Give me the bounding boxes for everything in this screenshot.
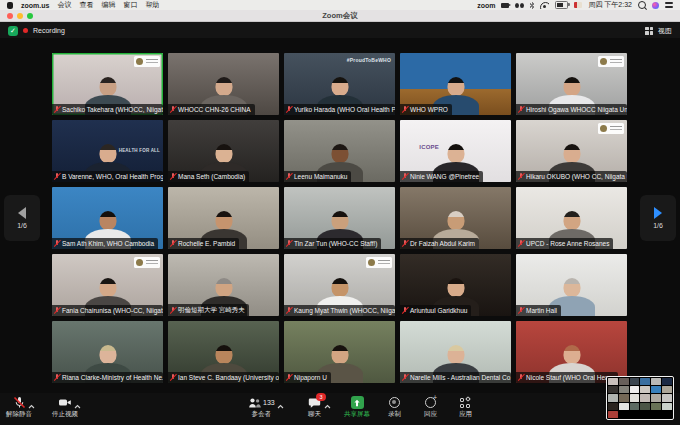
- participant-tile[interactable]: Nicole Stauf (WHO Oral Hea...: [516, 321, 627, 383]
- record-button[interactable]: 录制: [388, 396, 401, 419]
- muted-mic-icon: [170, 306, 176, 314]
- encryption-shield-icon[interactable]: ✓: [8, 26, 18, 36]
- participant-nameplate: Rochelle E. Pambid: [168, 238, 239, 249]
- niigata-univ-logo-badge: [366, 257, 392, 268]
- participant-tile[interactable]: Riana Clarke-Ministry of Health Ne...: [52, 321, 163, 383]
- participant-tile[interactable]: Hikaru OKUBO (WHO CC, Niigata U): [516, 120, 627, 182]
- stop-video-button[interactable]: 停止视频: [52, 396, 78, 419]
- video-options-chevron[interactable]: [74, 403, 81, 410]
- muted-mic-icon: [54, 106, 60, 114]
- participant-tile[interactable]: Dr Faizah Abdul Karim: [400, 187, 511, 249]
- participant-tile[interactable]: Hiroshi Ogawa WHOCC Niigata Univ: [516, 53, 627, 115]
- muted-mic-icon: [54, 374, 60, 382]
- menu-window[interactable]: 窗口: [123, 0, 137, 10]
- muted-mic-icon: [402, 240, 408, 248]
- close-window-button[interactable]: [7, 13, 13, 19]
- participant-name: WHOCC CHN-26 CHINA: [178, 106, 251, 113]
- chat-options-chevron[interactable]: [324, 403, 331, 410]
- apple-menu-icon[interactable]: [7, 2, 13, 9]
- participant-tile[interactable]: Martin Hall: [516, 254, 627, 316]
- participant-tile[interactable]: Mana Seth (Cambodia): [168, 120, 279, 182]
- wifi-icon[interactable]: [540, 2, 549, 9]
- pip-grid: [608, 378, 672, 418]
- meeting-top-bar: ✓ Recording 视图: [0, 22, 680, 39]
- participant-nameplate: Hikaru OKUBO (WHO CC, Niigata U): [516, 171, 627, 182]
- background-text: #ProudToBeWHO: [347, 57, 391, 63]
- participant-name: Ninie WANG @Pinetree: [410, 173, 479, 180]
- participant-name: Dr Faizah Abdul Karim: [410, 240, 475, 247]
- participants-options-chevron[interactable]: [277, 403, 284, 410]
- battery-icon[interactable]: [555, 1, 568, 9]
- apps-button[interactable]: 应用: [459, 396, 472, 419]
- participant-nameplate: WHO WPRO: [400, 104, 452, 115]
- participant-name: Hiroshi Ogawa WHOCC Niigata Univ: [526, 106, 627, 113]
- participant-nameplate: Nicole Stauf (WHO Oral Hea...: [516, 372, 618, 383]
- muted-mic-icon: [13, 396, 26, 409]
- participant-nameplate: 明倫短期大学 宮崎秀夫: [168, 304, 249, 316]
- participant-tile[interactable]: HEALTH FOR ALLB Varenne, WHO, Oral Healt…: [52, 120, 163, 182]
- participant-name: Fania Chairunisa (WHO-CC, Niigata...: [62, 307, 163, 314]
- participant-tile[interactable]: Narelle Mills - Australian Dental Co...: [400, 321, 511, 383]
- participant-tile[interactable]: UPCD - Rose Anne Rosanes: [516, 187, 627, 249]
- mini-gallery-thumbnail[interactable]: [606, 376, 674, 420]
- participant-tile[interactable]: Sam Ath Khim, WHO Cambodia: [52, 187, 163, 249]
- previous-page-button[interactable]: 1/6: [4, 195, 40, 241]
- niigata-univ-logo-badge: [598, 123, 624, 134]
- menu-clock[interactable]: 周四 下午2:32: [588, 0, 632, 10]
- participant-tile[interactable]: Kaung Myat Thwin (WHOCC, Niigat...: [284, 254, 395, 316]
- participant-name: Nipaporn U: [294, 374, 327, 381]
- participant-tile[interactable]: #ProudToBeWHOYuriko Harada (WHO Oral Hea…: [284, 53, 395, 115]
- gallery-grid-icon: [645, 27, 653, 35]
- participant-tile[interactable]: WHOCC CHN-26 CHINA: [168, 53, 279, 115]
- fullscreen-window-button[interactable]: [27, 13, 33, 19]
- spotlight-search-icon[interactable]: [638, 1, 646, 9]
- audio-options-chevron[interactable]: [28, 403, 35, 410]
- muted-mic-icon: [286, 106, 292, 114]
- participant-name: Leenu Maimanuku: [294, 173, 347, 180]
- participant-tile[interactable]: Nipaporn U: [284, 321, 395, 383]
- participant-nameplate: Fania Chairunisa (WHO-CC, Niigata...: [52, 305, 163, 316]
- reactions-button[interactable]: 回应: [424, 396, 437, 419]
- participant-tile[interactable]: 明倫短期大学 宮崎秀夫: [168, 254, 279, 316]
- participant-tile[interactable]: Fania Chairunisa (WHO-CC, Niigata...: [52, 254, 163, 316]
- next-page-button[interactable]: 1/6: [640, 195, 676, 241]
- bluetooth-icon[interactable]: [530, 2, 534, 9]
- unmute-button[interactable]: 解除静音: [6, 396, 32, 419]
- participants-button[interactable]: 133 参会者: [248, 396, 275, 419]
- background-text: HEALTH FOR ALL: [119, 148, 160, 153]
- recording-label: Recording: [33, 27, 65, 34]
- share-screen-button[interactable]: 共享屏幕: [344, 396, 370, 419]
- next-page-arrow-icon: [654, 207, 662, 219]
- muted-mic-icon: [54, 240, 60, 248]
- input-language-flag-icon[interactable]: [574, 2, 582, 8]
- macos-menu-bar: zoom.us 会议 查看 编辑 窗口 帮助 zoom 周四 下午2:32: [0, 0, 680, 10]
- participant-nameplate: B Varenne, WHO, Oral Health Progr...: [52, 171, 163, 182]
- camera-status-icon[interactable]: [501, 3, 509, 8]
- participant-tile[interactable]: Ariuntuul Garidkhuu: [400, 254, 511, 316]
- share-screen-label: 共享屏幕: [344, 410, 370, 419]
- zoom-status-logo[interactable]: zoom: [477, 2, 495, 9]
- menu-help[interactable]: 帮助: [145, 0, 159, 10]
- menu-zoom-us[interactable]: zoom.us: [21, 2, 49, 9]
- participant-nameplate: Ninie WANG @Pinetree: [400, 171, 483, 182]
- muted-mic-icon: [286, 307, 292, 315]
- menu-edit[interactable]: 编辑: [101, 0, 115, 10]
- participant-tile[interactable]: ICOPENinie WANG @Pinetree: [400, 120, 511, 182]
- minimize-window-button[interactable]: [17, 13, 23, 19]
- participant-name: Riana Clarke-Ministry of Health Ne...: [62, 374, 163, 381]
- participant-tile[interactable]: Leenu Maimanuku: [284, 120, 395, 182]
- participant-tile[interactable]: Ian Steve C. Bandaay (University of...: [168, 321, 279, 383]
- participant-tile[interactable]: Tin Zar Tun (WHO-CC Staff!): [284, 187, 395, 249]
- participant-tile[interactable]: Sachiko Takehara (WHOCC, Niigata...: [52, 53, 163, 115]
- participant-tile[interactable]: WHO WPRO: [400, 53, 511, 115]
- control-center-icon[interactable]: [665, 2, 673, 9]
- binoculars-status-icon[interactable]: [515, 3, 524, 8]
- siri-icon[interactable]: [652, 2, 659, 9]
- muted-mic-icon: [286, 173, 292, 181]
- participant-tile[interactable]: Rochelle E. Pambid: [168, 187, 279, 249]
- menu-view[interactable]: 查看: [79, 0, 93, 10]
- chat-button[interactable]: 3 聊天: [308, 396, 321, 419]
- participant-nameplate: Hiroshi Ogawa WHOCC Niigata Univ: [516, 104, 627, 115]
- menu-meeting[interactable]: 会议: [57, 0, 71, 10]
- view-button[interactable]: 视图: [658, 26, 672, 36]
